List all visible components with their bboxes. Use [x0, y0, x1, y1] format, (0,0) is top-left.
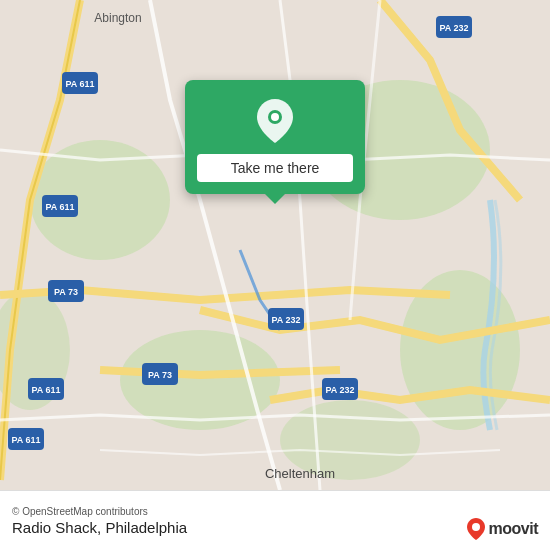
svg-text:PA 611: PA 611	[11, 435, 40, 445]
location-icon-wrapper	[250, 96, 300, 146]
svg-text:PA 611: PA 611	[31, 385, 60, 395]
moovit-pin-icon	[467, 518, 485, 540]
svg-point-29	[472, 523, 480, 531]
location-pin-icon	[257, 99, 293, 143]
take-me-there-button[interactable]: Take me there	[197, 154, 353, 182]
svg-text:PA 73: PA 73	[148, 370, 172, 380]
map-container: PA 232 PA 611 PA 611 PA 73 PA 232 PA 611…	[0, 0, 550, 490]
svg-text:PA 73: PA 73	[54, 287, 78, 297]
osm-attribution: © OpenStreetMap contributors	[12, 506, 538, 517]
svg-text:Abington: Abington	[94, 11, 141, 25]
svg-text:Cheltenham: Cheltenham	[265, 466, 335, 481]
svg-text:PA 611: PA 611	[45, 202, 74, 212]
svg-text:PA 232: PA 232	[325, 385, 354, 395]
svg-text:PA 232: PA 232	[271, 315, 300, 325]
moovit-brand-name: moovit	[489, 520, 538, 538]
bottom-bar: © OpenStreetMap contributors Radio Shack…	[0, 490, 550, 550]
svg-text:PA 611: PA 611	[65, 79, 94, 89]
moovit-logo: moovit	[467, 518, 538, 540]
location-title: Radio Shack, Philadelphia	[12, 519, 538, 536]
svg-text:PA 232: PA 232	[439, 23, 468, 33]
svg-point-28	[271, 113, 279, 121]
popup-card: Take me there	[185, 80, 365, 194]
